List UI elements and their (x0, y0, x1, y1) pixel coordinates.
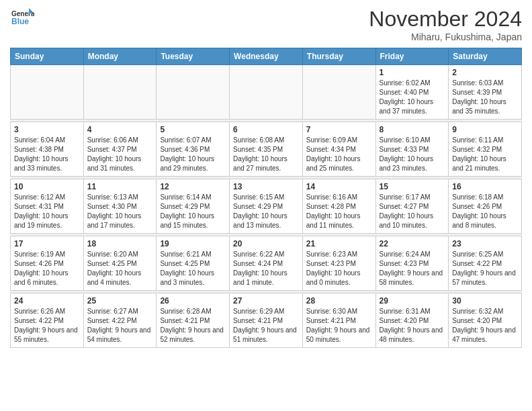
day-info: Sunrise: 6:20 AM Sunset: 4:25 PM Dayligh… (87, 250, 153, 287)
calendar-cell: 16Sunrise: 6:18 AM Sunset: 4:26 PM Dayli… (449, 179, 522, 234)
calendar-week-1: 1Sunrise: 6:02 AM Sunset: 4:40 PM Daylig… (11, 65, 522, 120)
day-info: Sunrise: 6:23 AM Sunset: 4:23 PM Dayligh… (306, 250, 372, 287)
calendar-week-2: 3Sunrise: 6:04 AM Sunset: 4:38 PM Daylig… (11, 122, 522, 177)
day-number: 11 (87, 182, 153, 191)
calendar-cell: 6Sunrise: 6:08 AM Sunset: 4:35 PM Daylig… (230, 122, 303, 177)
weekday-header-tuesday: Tuesday (157, 48, 230, 65)
day-info: Sunrise: 6:28 AM Sunset: 4:21 PM Dayligh… (160, 307, 226, 345)
day-number: 8 (380, 125, 445, 134)
day-number: 27 (233, 296, 299, 306)
calendar-week-4: 17Sunrise: 6:19 AM Sunset: 4:26 PM Dayli… (11, 236, 522, 291)
day-number: 13 (233, 182, 299, 191)
day-number: 28 (306, 296, 372, 306)
day-number: 21 (306, 239, 372, 248)
day-info: Sunrise: 6:16 AM Sunset: 4:28 PM Dayligh… (306, 193, 372, 230)
calendar-cell: 24Sunrise: 6:26 AM Sunset: 4:22 PM Dayli… (11, 293, 84, 348)
weekday-header-saturday: Saturday (449, 48, 522, 65)
calendar-cell: 9Sunrise: 6:11 AM Sunset: 4:32 PM Daylig… (449, 122, 522, 177)
page-header: General Blue November 2024 Miharu, Fukus… (10, 7, 522, 42)
calendar-cell (157, 65, 230, 120)
calendar-cell: 21Sunrise: 6:23 AM Sunset: 4:23 PM Dayli… (302, 236, 375, 291)
day-info: Sunrise: 6:21 AM Sunset: 4:25 PM Dayligh… (160, 250, 226, 287)
location: Miharu, Fukushima, Japan (369, 32, 522, 42)
calendar-cell: 22Sunrise: 6:24 AM Sunset: 4:23 PM Dayli… (375, 236, 449, 291)
calendar-cell: 14Sunrise: 6:16 AM Sunset: 4:28 PM Dayli… (302, 179, 375, 234)
calendar-cell (230, 65, 303, 120)
day-info: Sunrise: 6:31 AM Sunset: 4:20 PM Dayligh… (380, 307, 445, 345)
calendar-cell: 26Sunrise: 6:28 AM Sunset: 4:21 PM Dayli… (157, 293, 230, 348)
day-info: Sunrise: 6:15 AM Sunset: 4:29 PM Dayligh… (233, 193, 299, 230)
calendar-table: SundayMondayTuesdayWednesdayThursdayFrid… (10, 48, 522, 348)
logo: General Blue (10, 7, 34, 31)
calendar-cell: 3Sunrise: 6:04 AM Sunset: 4:38 PM Daylig… (11, 122, 84, 177)
calendar-cell: 5Sunrise: 6:07 AM Sunset: 4:36 PM Daylig… (157, 122, 230, 177)
day-number: 1 (380, 68, 445, 77)
day-info: Sunrise: 6:26 AM Sunset: 4:22 PM Dayligh… (14, 307, 80, 345)
day-number: 29 (380, 296, 445, 306)
day-info: Sunrise: 6:06 AM Sunset: 4:37 PM Dayligh… (87, 136, 153, 173)
day-info: Sunrise: 6:30 AM Sunset: 4:21 PM Dayligh… (306, 307, 372, 345)
calendar-week-5: 24Sunrise: 6:26 AM Sunset: 4:22 PM Dayli… (11, 293, 522, 348)
day-number: 25 (87, 296, 153, 306)
day-info: Sunrise: 6:02 AM Sunset: 4:40 PM Dayligh… (380, 79, 445, 116)
calendar-cell: 4Sunrise: 6:06 AM Sunset: 4:37 PM Daylig… (83, 122, 157, 177)
calendar-cell: 20Sunrise: 6:22 AM Sunset: 4:24 PM Dayli… (230, 236, 303, 291)
calendar-cell: 29Sunrise: 6:31 AM Sunset: 4:20 PM Dayli… (375, 293, 449, 348)
weekday-header-wednesday: Wednesday (230, 48, 303, 65)
calendar-cell: 25Sunrise: 6:27 AM Sunset: 4:22 PM Dayli… (83, 293, 157, 348)
day-info: Sunrise: 6:22 AM Sunset: 4:24 PM Dayligh… (233, 250, 299, 287)
calendar-cell (11, 65, 84, 120)
day-number: 17 (14, 239, 80, 248)
weekday-header-friday: Friday (375, 48, 449, 65)
day-number: 20 (233, 239, 299, 248)
calendar-cell: 17Sunrise: 6:19 AM Sunset: 4:26 PM Dayli… (11, 236, 84, 291)
day-number: 26 (160, 296, 226, 306)
day-info: Sunrise: 6:09 AM Sunset: 4:34 PM Dayligh… (306, 136, 372, 173)
day-info: Sunrise: 6:32 AM Sunset: 4:20 PM Dayligh… (452, 307, 518, 345)
day-number: 19 (160, 239, 226, 248)
day-number: 12 (160, 182, 226, 191)
day-number: 14 (306, 182, 372, 191)
calendar-cell: 12Sunrise: 6:14 AM Sunset: 4:29 PM Dayli… (157, 179, 230, 234)
calendar-cell: 19Sunrise: 6:21 AM Sunset: 4:25 PM Dayli… (157, 236, 230, 291)
month-title: November 2024 (369, 7, 522, 32)
day-number: 5 (160, 125, 226, 134)
day-number: 7 (306, 125, 372, 134)
calendar-cell: 13Sunrise: 6:15 AM Sunset: 4:29 PM Dayli… (230, 179, 303, 234)
calendar-cell: 11Sunrise: 6:13 AM Sunset: 4:30 PM Dayli… (83, 179, 157, 234)
weekday-header-sunday: Sunday (11, 48, 84, 65)
day-info: Sunrise: 6:10 AM Sunset: 4:33 PM Dayligh… (380, 136, 445, 173)
day-number: 6 (233, 125, 299, 134)
day-info: Sunrise: 6:04 AM Sunset: 4:38 PM Dayligh… (14, 136, 80, 173)
day-number: 10 (14, 182, 80, 191)
day-number: 24 (14, 296, 80, 306)
day-number: 2 (452, 68, 518, 77)
day-number: 22 (380, 239, 445, 248)
calendar-week-3: 10Sunrise: 6:12 AM Sunset: 4:31 PM Dayli… (11, 179, 522, 234)
day-number: 9 (452, 125, 518, 134)
day-number: 4 (87, 125, 153, 134)
day-info: Sunrise: 6:19 AM Sunset: 4:26 PM Dayligh… (14, 250, 80, 287)
logo-svg: General Blue (10, 7, 34, 31)
day-number: 23 (452, 239, 518, 248)
calendar-cell: 7Sunrise: 6:09 AM Sunset: 4:34 PM Daylig… (302, 122, 375, 177)
day-info: Sunrise: 6:08 AM Sunset: 4:35 PM Dayligh… (233, 136, 299, 173)
day-number: 18 (87, 239, 153, 248)
calendar-cell: 23Sunrise: 6:25 AM Sunset: 4:22 PM Dayli… (449, 236, 522, 291)
day-info: Sunrise: 6:12 AM Sunset: 4:31 PM Dayligh… (14, 193, 80, 230)
calendar-cell: 8Sunrise: 6:10 AM Sunset: 4:33 PM Daylig… (375, 122, 449, 177)
day-number: 3 (14, 125, 80, 134)
svg-text:Blue: Blue (11, 17, 29, 26)
calendar-cell: 15Sunrise: 6:17 AM Sunset: 4:27 PM Dayli… (375, 179, 449, 234)
title-block: November 2024 Miharu, Fukushima, Japan (369, 7, 522, 42)
day-info: Sunrise: 6:29 AM Sunset: 4:21 PM Dayligh… (233, 307, 299, 345)
weekday-header-thursday: Thursday (302, 48, 375, 65)
calendar-cell: 30Sunrise: 6:32 AM Sunset: 4:20 PM Dayli… (449, 293, 522, 348)
day-info: Sunrise: 6:07 AM Sunset: 4:36 PM Dayligh… (160, 136, 226, 173)
calendar-cell: 28Sunrise: 6:30 AM Sunset: 4:21 PM Dayli… (302, 293, 375, 348)
day-info: Sunrise: 6:18 AM Sunset: 4:26 PM Dayligh… (452, 193, 518, 230)
day-info: Sunrise: 6:27 AM Sunset: 4:22 PM Dayligh… (87, 307, 153, 345)
weekday-header-monday: Monday (83, 48, 157, 65)
calendar-cell: 2Sunrise: 6:03 AM Sunset: 4:39 PM Daylig… (449, 65, 522, 120)
day-info: Sunrise: 6:25 AM Sunset: 4:22 PM Dayligh… (452, 250, 518, 287)
